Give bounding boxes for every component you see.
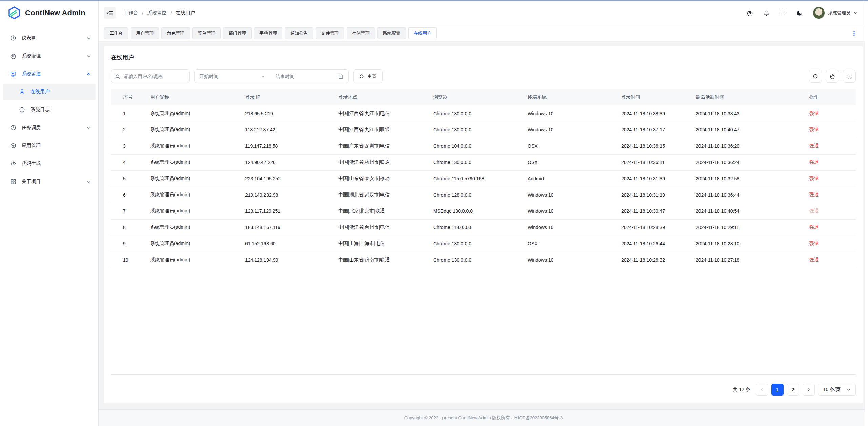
date-range-picker[interactable]: -: [194, 69, 349, 83]
tab-在线用户[interactable]: 在线用户: [408, 27, 437, 39]
cell-location: 中国|江西省|九江市|电信: [333, 105, 428, 122]
cell-login_time: 2024-11-18 10:30:47: [616, 203, 690, 219]
sidebar-subitem-在线用户[interactable]: 在线用户: [3, 84, 96, 100]
reset-label: 重置: [367, 73, 377, 79]
page-size-select[interactable]: 10 条/页: [818, 384, 856, 396]
sidebar-item-代码生成[interactable]: 代码生成: [3, 156, 96, 172]
tab-系统配置[interactable]: 系统配置: [377, 27, 406, 39]
column-header-action: 操作: [804, 89, 856, 105]
force-logout-link[interactable]: 强退: [809, 127, 819, 132]
search-box: [111, 69, 190, 83]
breadcrumb: 工作台 / 系统监控 / 在线用户: [124, 10, 195, 16]
table-row: 2系统管理员(admin)118.212.37.42中国|江西省|九江市|联通C…: [111, 122, 856, 138]
reset-button[interactable]: 重置: [353, 69, 383, 83]
cell-os: Windows 10: [522, 252, 616, 268]
cell-ip: 61.152.168.60: [240, 236, 333, 252]
cell-os: Android: [522, 170, 616, 187]
header-actions: 系统管理员: [747, 7, 858, 19]
cell-login_time: 2024-11-18 10:37:17: [616, 122, 690, 138]
cell-action: 强退: [804, 203, 856, 219]
table-row: 3系统管理员(admin)119.147.218.58中国|广东省|深圳市|电信…: [111, 138, 856, 154]
sidebar-item-应用管理[interactable]: 应用管理: [3, 138, 96, 154]
sidebar-subitem-系统日志[interactable]: 系统日志: [3, 102, 96, 118]
tab-角色管理[interactable]: 角色管理: [161, 27, 190, 39]
table-row: 8系统管理员(admin)183.148.167.119中国|浙江省|台州市|电…: [111, 219, 856, 236]
cell-action: 强退: [804, 170, 856, 187]
table-row: 5系统管理员(admin)223.104.195.252中国|山东省|泰安市|移…: [111, 170, 856, 187]
app: ContiNew Admin 仪表盘系统管理系统监控在线用户系统日志任务调度应用…: [0, 1, 868, 426]
cell-index: 2: [111, 122, 145, 138]
tab-字典管理[interactable]: 字典管理: [254, 27, 282, 39]
sidebar-item-仪表盘[interactable]: 仪表盘: [3, 30, 96, 46]
cell-login_time: 2024-11-18 10:26:44: [616, 236, 690, 252]
column-header-os: 终端系统: [522, 89, 616, 105]
bell-icon[interactable]: [763, 10, 770, 16]
cube-icon: [10, 143, 16, 149]
avatar: [813, 7, 825, 19]
cell-ip: 123.117.129.251: [240, 203, 333, 219]
force-logout-link[interactable]: 强退: [809, 257, 819, 262]
dark-mode-moon-icon[interactable]: [796, 10, 803, 16]
tab-存储管理[interactable]: 存储管理: [347, 27, 375, 39]
cell-index: 10: [111, 252, 145, 268]
cell-os: OSX: [522, 154, 616, 170]
sidebar-item-系统监控[interactable]: 系统监控: [3, 66, 96, 82]
table-fullscreen-button[interactable]: [843, 70, 856, 83]
settings-icon[interactable]: [747, 10, 753, 16]
sidebar-item-任务调度[interactable]: 任务调度: [3, 120, 96, 136]
cell-index: 4: [111, 154, 145, 170]
next-page-button[interactable]: [803, 384, 815, 396]
force-logout-link[interactable]: 强退: [809, 143, 819, 148]
tab-文件管理[interactable]: 文件管理: [316, 27, 344, 39]
sidebar-collapse-button[interactable]: [104, 7, 116, 19]
scrollbar[interactable]: [865, 1, 868, 426]
cell-index: 6: [111, 187, 145, 203]
sidebar-item-关于项目[interactable]: 关于项目: [3, 174, 96, 190]
page-button-1[interactable]: 1: [771, 384, 784, 396]
cell-ip: 118.212.37.42: [240, 122, 333, 138]
breadcrumb-item-monitor[interactable]: 系统监控: [147, 10, 166, 16]
refresh-table-button[interactable]: [809, 70, 822, 83]
cell-nickname: 系统管理员(admin): [145, 105, 240, 122]
sidebar-item-label: 仪表盘: [22, 35, 36, 41]
tab-部门管理[interactable]: 部门管理: [223, 27, 252, 39]
tab-more-icon[interactable]: [852, 31, 863, 36]
cell-os: OSX: [522, 138, 616, 154]
force-logout-link[interactable]: 强退: [809, 110, 819, 116]
cell-last_active: 2024-11-18 10:40:54: [690, 203, 804, 219]
fullscreen-icon[interactable]: [780, 10, 786, 16]
force-logout-link[interactable]: 强退: [809, 224, 819, 230]
query-toolbar: - 重置: [111, 69, 856, 83]
page-button-2[interactable]: 2: [787, 384, 799, 396]
cell-ip: 223.104.195.252: [240, 170, 333, 187]
tab-用户管理[interactable]: 用户管理: [131, 27, 159, 39]
logo-icon: [7, 6, 21, 20]
sidebar-item-label: 关于项目: [22, 179, 41, 185]
cell-action: 强退: [804, 219, 856, 236]
column-header-last_active: 最后活跃时间: [690, 89, 804, 105]
start-date-input[interactable]: [199, 74, 260, 79]
breadcrumb-separator: /: [171, 10, 172, 16]
end-date-input[interactable]: [275, 74, 336, 79]
user-menu[interactable]: 系统管理员: [813, 7, 858, 19]
force-logout-link[interactable]: 强退: [809, 192, 819, 197]
sidebar-item-系统管理[interactable]: 系统管理: [3, 48, 96, 64]
column-header-ip: 登录 IP: [240, 89, 333, 105]
table-row: 1系统管理员(admin)218.65.5.219中国|江西省|九江市|电信Ch…: [111, 105, 856, 122]
content-area: 在线用户 -: [99, 41, 868, 409]
table-settings-button[interactable]: [826, 70, 839, 83]
prev-page-button[interactable]: [756, 384, 768, 396]
cell-login_time: 2024-11-18 10:26:32: [616, 252, 690, 268]
cell-last_active: 2024-11-18 10:40:47: [690, 122, 804, 138]
force-logout-link[interactable]: 强退: [809, 159, 819, 165]
cell-ip: 124.90.42.226: [240, 154, 333, 170]
force-logout-link[interactable]: 强退: [809, 176, 819, 181]
breadcrumb-item-workbench[interactable]: 工作台: [124, 10, 138, 16]
tab-工作台[interactable]: 工作台: [104, 27, 128, 39]
tab-通知公告[interactable]: 通知公告: [285, 27, 313, 39]
cell-nickname: 系统管理员(admin): [145, 219, 240, 236]
cell-last_active: 2024-11-18 10:36:44: [690, 187, 804, 203]
force-logout-link[interactable]: 强退: [809, 241, 819, 246]
tab-菜单管理[interactable]: 菜单管理: [192, 27, 221, 39]
search-input[interactable]: [123, 74, 185, 79]
